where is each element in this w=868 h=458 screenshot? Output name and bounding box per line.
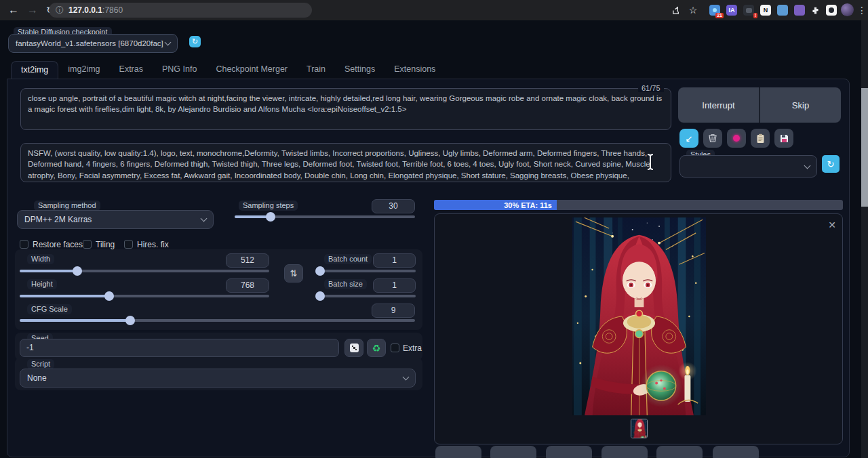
gallery-action-button[interactable] bbox=[546, 446, 592, 458]
gallery-action-button[interactable] bbox=[435, 446, 481, 458]
output-gallery: ✕ bbox=[434, 213, 843, 444]
tab-settings[interactable]: Settings bbox=[335, 61, 384, 79]
sampling-steps-label: Sampling steps bbox=[239, 201, 298, 211]
address-bar[interactable]: ⓘ 127.0.0.1:7860 bbox=[49, 3, 312, 18]
swap-width-height-button[interactable]: ⇅ bbox=[284, 264, 303, 283]
tab-txt2img[interactable]: txt2img bbox=[11, 61, 58, 79]
width-slider[interactable] bbox=[20, 270, 269, 272]
styles-dropdown[interactable] bbox=[679, 155, 817, 178]
interrupt-button[interactable]: Interrupt bbox=[678, 87, 760, 123]
height-input[interactable]: 768 bbox=[226, 278, 269, 293]
extra-seed-checkbox[interactable] bbox=[391, 344, 399, 352]
text-cursor bbox=[646, 153, 655, 173]
generated-image-preview[interactable] bbox=[572, 217, 706, 415]
scrollbar-thumb[interactable] bbox=[861, 88, 868, 207]
tab-train[interactable]: Train bbox=[297, 61, 335, 79]
extension-alert-badge: ! bbox=[753, 13, 757, 18]
tiling-label: Tiling bbox=[96, 240, 115, 249]
script-dropdown[interactable]: None bbox=[20, 369, 416, 388]
skip-button[interactable]: Skip bbox=[760, 87, 841, 123]
cfg-scale-input[interactable]: 9 bbox=[372, 304, 415, 318]
save-style-button[interactable] bbox=[774, 129, 793, 148]
hires-fix-checkbox[interactable] bbox=[124, 240, 133, 249]
clipboard-icon bbox=[756, 133, 765, 144]
slider-handle[interactable] bbox=[73, 266, 82, 276]
extension-badge: 21 bbox=[715, 13, 724, 18]
url-host: 127.0.0.1 bbox=[68, 5, 102, 15]
sampling-method-value: DPM++ 2M Karras bbox=[24, 215, 201, 224]
extension-icon-purple[interactable] bbox=[794, 5, 805, 16]
slider-handle[interactable] bbox=[266, 212, 275, 222]
extension-icon-colorful[interactable]: 21 bbox=[709, 5, 720, 16]
checkpoint-value: fantasyWorld_v1.safetensors [6870d20fac] bbox=[16, 39, 165, 47]
apply-styles-button[interactable] bbox=[751, 129, 770, 148]
tab-img2img[interactable]: img2img bbox=[58, 61, 109, 79]
close-icon[interactable]: ✕ bbox=[828, 220, 836, 230]
width-label: Width bbox=[27, 254, 54, 264]
slider-handle[interactable] bbox=[104, 291, 114, 301]
token-counter: 61/75 bbox=[638, 84, 664, 92]
reuse-seed-button[interactable]: ♻ bbox=[367, 339, 386, 357]
tab-extensions[interactable]: Extensions bbox=[384, 61, 445, 79]
batch-count-slider[interactable] bbox=[317, 270, 416, 272]
batch-count-input[interactable]: 1 bbox=[373, 253, 416, 268]
cfg-scale-slider[interactable] bbox=[20, 319, 415, 322]
extension-icon-darkreader[interactable] bbox=[826, 5, 837, 16]
gallery-action-button[interactable] bbox=[713, 446, 759, 458]
random-seed-button[interactable] bbox=[344, 339, 363, 357]
browser-menu-icon[interactable]: ⋮ bbox=[856, 4, 868, 16]
checkpoint-dropdown[interactable]: fantasyWorld_v1.safetensors [6870d20fac] bbox=[8, 34, 178, 53]
batch-size-slider[interactable] bbox=[317, 295, 416, 297]
paste-generation-params-button[interactable]: ↙ bbox=[679, 129, 698, 148]
scrollbar-track[interactable] bbox=[861, 20, 868, 458]
script-value: None bbox=[27, 373, 403, 383]
site-info-icon[interactable]: ⓘ bbox=[56, 5, 64, 16]
gallery-action-button[interactable] bbox=[656, 446, 703, 458]
browser-profile-avatar[interactable] bbox=[841, 3, 854, 16]
height-label: Height bbox=[27, 279, 57, 289]
sampling-steps-slider[interactable] bbox=[235, 215, 415, 218]
refresh-checkpoints-button[interactable]: ↻ bbox=[189, 36, 201, 47]
extension-icon-ia[interactable]: IA bbox=[726, 5, 737, 16]
extensions-puzzle-icon[interactable] bbox=[809, 4, 821, 16]
height-slider[interactable] bbox=[20, 295, 269, 297]
slider-handle[interactable] bbox=[315, 291, 325, 301]
gallery-action-button[interactable] bbox=[601, 446, 648, 458]
tab-extras[interactable]: Extras bbox=[110, 61, 153, 79]
recycle-icon: ♻ bbox=[372, 343, 381, 354]
script-label: Script bbox=[27, 359, 54, 369]
tab-checkpoint-merger[interactable]: Checkpoint Merger bbox=[206, 61, 297, 79]
gallery-action-button[interactable] bbox=[490, 446, 536, 458]
clear-prompt-button[interactable] bbox=[703, 129, 722, 148]
share-icon[interactable] bbox=[670, 4, 682, 16]
prompt-input[interactable]: close up angle, portrait of a beautiful … bbox=[20, 88, 671, 130]
batch-size-label: Batch size bbox=[324, 279, 367, 289]
gallery-thumbnail[interactable] bbox=[631, 419, 648, 438]
bookmark-star-icon[interactable]: ☆ bbox=[687, 4, 699, 16]
hires-fix-label: Hires. fix bbox=[137, 240, 169, 249]
restore-faces-checkbox[interactable] bbox=[20, 240, 28, 249]
batch-size-input[interactable]: 1 bbox=[373, 278, 416, 293]
browser-back-button[interactable]: ← bbox=[5, 2, 22, 18]
extension-icon-blue[interactable] bbox=[777, 5, 788, 16]
tiling-checkbox[interactable] bbox=[83, 240, 92, 249]
browser-forward-button[interactable]: → bbox=[24, 2, 41, 18]
progress-bar: 30% ETA: 11s bbox=[434, 200, 843, 210]
tab-png-info[interactable]: PNG Info bbox=[153, 61, 206, 79]
extension-icon-dark[interactable]: ! bbox=[743, 5, 754, 16]
sampling-method-label: Sampling method bbox=[34, 201, 100, 211]
swap-icon: ⇅ bbox=[290, 268, 298, 278]
width-input[interactable]: 512 bbox=[226, 253, 269, 268]
negative-prompt-input[interactable]: NSFW, (worst quality, low quality:1.4), … bbox=[20, 143, 671, 182]
slider-handle[interactable] bbox=[125, 316, 135, 325]
palette-icon bbox=[733, 135, 740, 142]
progress-text: 30% ETA: 11s bbox=[504, 201, 557, 209]
slider-handle[interactable] bbox=[315, 266, 325, 276]
sampling-method-dropdown[interactable]: DPM++ 2M Karras bbox=[17, 210, 214, 229]
refresh-styles-button[interactable]: ↻ bbox=[822, 155, 840, 173]
sampling-steps-input[interactable]: 30 bbox=[372, 199, 415, 213]
extra-networks-button[interactable] bbox=[727, 129, 746, 148]
extension-icon-notion[interactable]: N bbox=[760, 5, 771, 16]
arrow-down-left-icon: ↙ bbox=[686, 133, 693, 144]
seed-input[interactable]: -1 bbox=[20, 339, 339, 357]
